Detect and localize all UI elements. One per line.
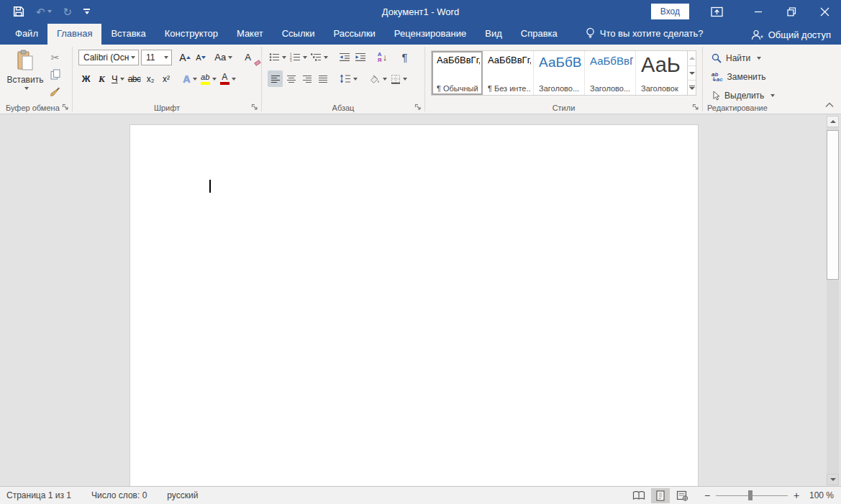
style-preview: АаБбВвГг, (488, 55, 531, 65)
style-heading1[interactable]: АаБбВв Заголово... (534, 51, 585, 95)
borders-button[interactable] (389, 70, 409, 87)
document-page[interactable] (129, 124, 699, 486)
style-normal[interactable]: АаБбВвГг, ¶ Обычный (432, 51, 483, 95)
bold-button[interactable]: Ж (78, 70, 94, 87)
copy-button[interactable] (47, 66, 63, 83)
multilevel-list-button[interactable] (309, 49, 329, 65)
style-title[interactable]: АаЬ Заголовок (636, 51, 687, 95)
sign-in-button[interactable]: Вход (651, 4, 689, 19)
font-name-value: Calibri (Осно (83, 52, 129, 63)
zoom-out-button[interactable]: − (701, 490, 713, 501)
zoom-level[interactable]: 100 % (805, 490, 837, 500)
subscript-button[interactable]: x₂ (143, 70, 158, 87)
shrink-font-button[interactable]: А (193, 49, 208, 65)
tell-me-box[interactable]: Что вы хотите сделать? (578, 23, 711, 45)
collapse-ribbon-button[interactable] (825, 100, 834, 110)
redo-button[interactable]: ↻ (63, 6, 73, 17)
styles-gallery-more-button[interactable] (688, 81, 696, 95)
styles-scroll-up-button[interactable] (688, 51, 696, 66)
style-no-spacing[interactable]: АаБбВвГг, ¶ Без инте... (483, 51, 534, 95)
align-left-button[interactable] (268, 70, 283, 87)
select-dropdown-arrow-icon (770, 94, 775, 97)
cut-button[interactable]: ✂ (47, 49, 63, 65)
styles-dialog-launcher[interactable] (691, 103, 700, 111)
tab-mailings[interactable]: Рассылки (324, 24, 384, 45)
align-center-button[interactable] (283, 70, 299, 87)
group-paragraph: 123 (262, 45, 424, 114)
numbering-button[interactable]: 123 (288, 49, 309, 65)
line-spacing-button[interactable] (338, 70, 359, 87)
language-status[interactable]: русский (160, 487, 204, 503)
undo-button[interactable]: ↶ (36, 6, 52, 17)
bullets-button[interactable] (268, 49, 288, 65)
text-effects-button[interactable]: А (182, 70, 199, 87)
tab-help[interactable]: Справка (512, 24, 567, 45)
sort-button[interactable]: АЯ ↓ (375, 49, 390, 65)
styles-scroll-down-button[interactable] (688, 66, 696, 81)
clear-formatting-button[interactable]: А (240, 49, 255, 65)
zoom-slider-thumb[interactable] (748, 490, 753, 500)
editing-group-label: Редактирование (703, 104, 841, 112)
ribbon-display-options-button[interactable] (711, 6, 723, 17)
tab-layout[interactable]: Макет (227, 24, 273, 45)
group-clipboard: Вставить ✂ Буфер обмена (0, 45, 72, 114)
select-label: Выделить (724, 91, 764, 101)
font-size-combo[interactable]: 11 (141, 50, 172, 65)
styles-gallery: АаБбВвГг, ¶ Обычный АаБбВвГг, ¶ Без инте… (431, 50, 688, 96)
tab-home[interactable]: Главная (47, 24, 101, 45)
superscript-button[interactable]: x² (159, 70, 174, 87)
scroll-down-button[interactable] (827, 474, 839, 485)
read-mode-button[interactable] (629, 488, 648, 503)
replace-button[interactable]: ab↳ac Заменить (712, 68, 840, 85)
paragraph-dialog-launcher[interactable] (414, 103, 422, 111)
strikethrough-button[interactable]: abc (127, 70, 142, 87)
underline-button[interactable]: Ч (110, 70, 126, 87)
find-button[interactable]: Найти (712, 50, 840, 66)
font-dialog-launcher[interactable] (250, 103, 259, 111)
tab-design[interactable]: Конструктор (155, 24, 227, 45)
print-layout-button[interactable] (651, 488, 670, 503)
scroll-up-button[interactable] (827, 116, 839, 127)
tab-file[interactable]: Файл (6, 24, 47, 45)
close-button[interactable] (808, 0, 841, 23)
zoom-in-button[interactable]: + (791, 490, 802, 501)
font-name-combo[interactable]: Calibri (Осно (78, 50, 139, 65)
shading-button[interactable] (367, 70, 388, 87)
share-button[interactable]: Общий доступ (751, 29, 831, 40)
scrollbar-thumb[interactable] (827, 130, 839, 280)
highlight-button[interactable]: ab (199, 70, 218, 87)
font-size-value: 11 (146, 52, 162, 63)
zoom-slider-track[interactable] (716, 495, 788, 496)
align-right-button[interactable] (299, 70, 314, 87)
show-marks-button[interactable]: ¶ (397, 49, 412, 65)
multilevel-dropdown-arrow-icon (324, 56, 328, 59)
search-icon (712, 53, 722, 63)
change-case-button[interactable]: Аа (214, 49, 232, 65)
tab-insert[interactable]: Вставка (101, 24, 155, 45)
format-painter-button[interactable] (47, 83, 63, 100)
web-layout-button[interactable] (673, 488, 691, 503)
grow-font-button[interactable]: А (177, 49, 192, 65)
tab-view[interactable]: Вид (476, 24, 512, 45)
paste-button[interactable]: Вставить (6, 47, 45, 100)
increase-indent-button[interactable] (353, 49, 368, 65)
font-color-button[interactable]: А (219, 70, 237, 87)
minimize-button[interactable] (742, 0, 775, 23)
print-layout-icon (655, 490, 666, 501)
page-number-status[interactable]: Страница 1 из 1 (0, 487, 78, 503)
clipboard-dialog-launcher[interactable] (61, 103, 70, 111)
italic-button[interactable]: К (94, 70, 109, 87)
word-count-status[interactable]: Число слов: 0 (85, 487, 153, 503)
save-button[interactable] (13, 6, 24, 17)
justify-button[interactable] (315, 70, 330, 87)
customize-qat-button[interactable] (83, 9, 90, 14)
select-button[interactable]: Выделить (712, 87, 840, 104)
tab-review[interactable]: Рецензирование (385, 24, 476, 45)
style-preview: АаБбВвГг, (437, 55, 480, 65)
style-heading2[interactable]: АаБбВвГ Заголово... (585, 51, 636, 95)
decrease-indent-button[interactable] (337, 49, 352, 65)
dialog-launcher-icon (414, 104, 422, 111)
tab-references[interactable]: Ссылки (273, 24, 324, 45)
find-label: Найти (726, 53, 750, 63)
restore-button[interactable] (775, 0, 808, 23)
